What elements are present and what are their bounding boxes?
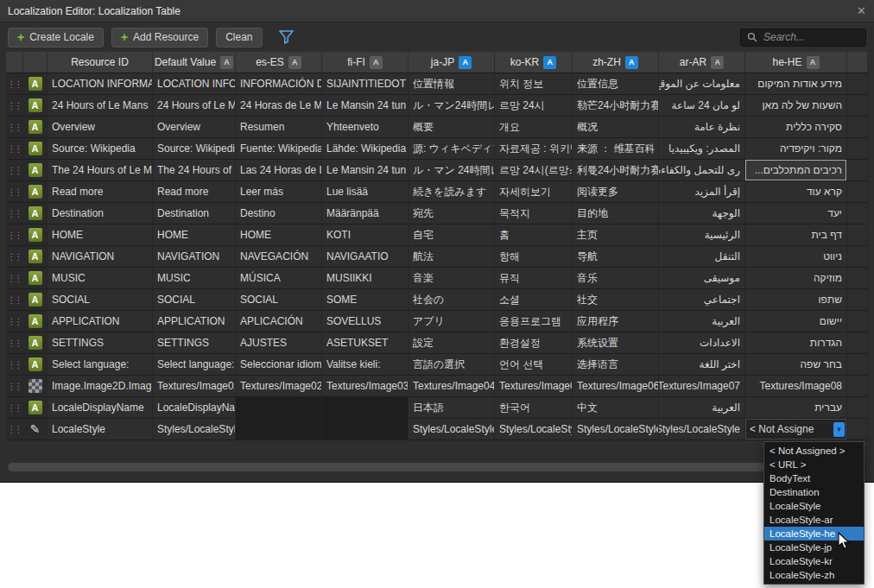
column-header[interactable]: fi-FIA xyxy=(322,52,408,73)
translate-culture-icon[interactable]: A xyxy=(543,56,556,69)
table-cell[interactable]: שתפו xyxy=(745,289,847,311)
table-cell[interactable]: HOME xyxy=(153,224,236,246)
table-cell[interactable]: Styles/LocaleStyle xyxy=(659,419,745,440)
table-cell[interactable]: لو مان 24 ساعة xyxy=(659,95,745,117)
translate-culture-icon[interactable]: A xyxy=(807,56,820,69)
table-cell[interactable]: 音楽 xyxy=(408,268,495,289)
drag-handle[interactable]: ⋮⋮ xyxy=(6,289,23,311)
table-cell[interactable]: 位置信息 xyxy=(573,73,659,95)
add-resource-button[interactable]: + Add Resource xyxy=(111,28,208,47)
table-cell[interactable]: Overview xyxy=(153,117,236,138)
table-cell[interactable]: LocaleDisplayNam xyxy=(153,397,236,419)
table-cell[interactable]: ניווט xyxy=(745,246,847,268)
dropdown-arrow-button[interactable]: ▼ xyxy=(833,422,845,437)
style-dropdown-cell[interactable]: < Not Assigne▼ xyxy=(745,419,847,440)
table-cell[interactable]: Overview xyxy=(48,117,153,138)
table-cell[interactable]: יעד xyxy=(745,203,847,224)
table-cell[interactable]: 항해 xyxy=(495,246,573,268)
translate-culture-icon[interactable]: A xyxy=(370,56,383,69)
table-cell[interactable]: Select language: xyxy=(48,354,153,376)
table-cell[interactable]: Styles/LocaleStyle xyxy=(495,419,573,440)
table-cell[interactable]: דף בית xyxy=(745,224,847,246)
table-cell[interactable]: التنقل xyxy=(659,246,745,268)
table-cell[interactable]: 소셜 xyxy=(495,289,573,311)
translate-culture-icon[interactable]: A xyxy=(459,56,472,69)
horizontal-scrollbar[interactable] xyxy=(8,463,866,471)
table-cell[interactable]: Textures/Image06 xyxy=(573,376,659,397)
table-cell[interactable]: SETTINGS xyxy=(48,332,153,354)
table-cell[interactable]: מידע אודות המיקום xyxy=(745,73,847,95)
table-cell[interactable]: HOME xyxy=(48,224,153,246)
translate-culture-icon[interactable]: A xyxy=(625,56,638,69)
column-header[interactable]: ar-ARA xyxy=(659,52,745,73)
table-cell[interactable]: Resumen xyxy=(236,117,322,138)
table-cell[interactable]: SOCIAL xyxy=(48,289,153,311)
table-cell[interactable]: Select language: xyxy=(153,354,236,376)
drag-handle[interactable]: ⋮⋮ xyxy=(6,181,23,203)
table-cell[interactable]: 利曼24小时耐力赛 xyxy=(573,160,659,181)
create-locale-button[interactable]: + Create Locale xyxy=(8,28,104,47)
column-header[interactable]: Resource ID xyxy=(48,52,153,73)
table-cell[interactable]: العربية xyxy=(659,397,745,419)
table-cell[interactable]: Styles/LocaleStyle xyxy=(408,419,495,440)
dropdown-item[interactable]: LocaleStyle-kr xyxy=(764,554,864,568)
table-cell[interactable]: 24 Hours of Le M xyxy=(153,95,236,117)
table-cell[interactable]: AJUSTES xyxy=(236,332,322,354)
table-cell[interactable]: NAVIGATION xyxy=(153,246,236,268)
column-header[interactable]: ja-JPA xyxy=(408,52,495,73)
table-cell[interactable]: 位置情報 xyxy=(408,73,495,95)
table-cell[interactable]: Textures/Image07 xyxy=(659,376,745,397)
table-cell[interactable]: Leer más xyxy=(236,181,322,203)
table-cell[interactable]: 뮤직 xyxy=(495,268,573,289)
table-cell[interactable]: Styles/LocaleStyle xyxy=(573,419,659,440)
clean-button[interactable]: Clean xyxy=(216,28,262,47)
table-cell[interactable]: 자세히보기 xyxy=(495,181,573,203)
drag-handle[interactable]: ⋮⋮ xyxy=(6,397,23,419)
table-cell[interactable]: 音乐 xyxy=(573,268,659,289)
column-header[interactable]: he-HEA xyxy=(745,52,847,73)
table-cell[interactable]: 환경설정 xyxy=(495,332,573,354)
table-cell[interactable]: LocaleStyle xyxy=(48,419,153,440)
dropdown-item[interactable]: < URL > xyxy=(764,458,864,471)
table-cell[interactable]: ASETUKSET xyxy=(322,332,408,354)
table-cell[interactable]: SOCIAL xyxy=(153,289,236,311)
table-cell[interactable]: 응용프로그램 xyxy=(495,311,573,332)
table-cell[interactable]: עברית xyxy=(745,397,847,419)
drag-handle[interactable]: ⋮⋮ xyxy=(6,376,23,397)
table-cell[interactable]: Valitse kieli: xyxy=(322,354,408,376)
translate-culture-icon[interactable]: A xyxy=(288,56,301,69)
table-cell[interactable]: Yhteenveto xyxy=(322,117,408,138)
table-cell[interactable]: إقرأ المزيد xyxy=(659,181,745,203)
table-cell[interactable]: 社交 xyxy=(573,289,659,311)
table-cell[interactable]: MÚSICA xyxy=(236,268,322,289)
table-cell[interactable]: 위치 정보 xyxy=(495,73,573,95)
table-cell[interactable]: ル・マン24時間レー xyxy=(408,95,495,117)
table-cell[interactable]: 自宅 xyxy=(408,224,495,246)
table-cell[interactable]: Le Mansin 24 tun xyxy=(322,160,408,181)
table-cell[interactable]: 24 Horas de Le M xyxy=(236,95,322,117)
table-cell[interactable]: Read more xyxy=(48,181,153,203)
dropdown-item[interactable]: LocaleStyle-he xyxy=(764,527,864,541)
table-cell[interactable]: Le Mansin 24 tun xyxy=(322,95,408,117)
table-cell[interactable]: 言語の選択 xyxy=(408,354,495,376)
table-cell[interactable]: معلومات عن الموقع xyxy=(659,73,745,95)
table-cell[interactable]: MUSIC xyxy=(153,268,236,289)
table-cell[interactable]: Destination xyxy=(48,203,153,224)
drag-handle[interactable]: ⋮⋮ xyxy=(6,224,23,246)
table-cell[interactable]: יישום xyxy=(745,311,847,332)
dropdown-item[interactable]: < Not Assigned > xyxy=(764,444,864,458)
drag-handle[interactable]: ⋮⋮ xyxy=(6,203,23,224)
table-cell[interactable]: موسيقى xyxy=(659,268,745,289)
table-cell[interactable]: Image.Image2D.Imag xyxy=(48,376,153,397)
column-header[interactable]: Default ValueA xyxy=(153,52,236,73)
table-cell[interactable]: Textures/Image08 xyxy=(745,376,847,397)
table-cell[interactable]: Textures/Image03 xyxy=(322,376,408,397)
table-cell[interactable]: 続きを読みます xyxy=(408,181,495,203)
table-cell[interactable]: Las 24 Horas de L xyxy=(236,160,322,181)
table-cell[interactable]: 源: ウィキペディア xyxy=(408,138,495,160)
table-cell[interactable]: ル・マン 24時間レー xyxy=(408,160,495,181)
table-cell[interactable]: الوجهة xyxy=(659,203,745,224)
table-cell[interactable]: מקור: ויקיפדיה xyxy=(745,138,847,160)
table-cell[interactable]: 中文 xyxy=(573,397,659,419)
table-cell[interactable]: 設定 xyxy=(408,332,495,354)
